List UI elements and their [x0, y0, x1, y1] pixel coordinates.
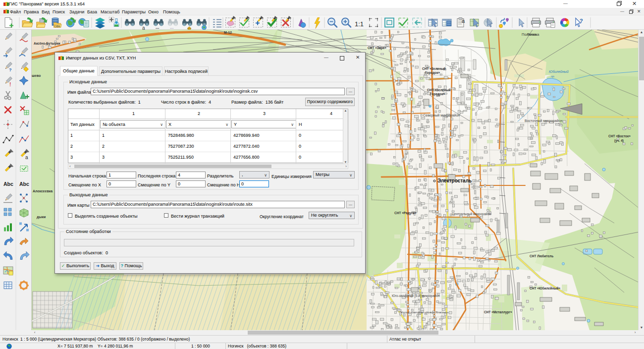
- svg-text:СНТ «Зеленый: СНТ «Зеленый: [422, 67, 446, 70]
- svg-text:(уч. 4): (уч. 4): [614, 139, 624, 143]
- svg-text:Юго-западный [5-й] микрорайон: Юго-западный [5-й] микрорайон: [392, 294, 440, 298]
- svg-text:Юбилейный: Юбилейный: [549, 70, 569, 73]
- svg-text:Abc: Abc: [3, 181, 13, 187]
- svg-text:СНТ «Металлург»: СНТ «Металлург»: [484, 310, 512, 314]
- svg-text:Аксёно-Бутырки: Аксёно-Бутырки: [34, 42, 60, 46]
- svg-text:Жилой комплекс «Новое Ялагино»: Жилой комплекс «Новое Ялагино»: [400, 311, 449, 314]
- svg-text:Восточный микрорайон: Восточный микрорайон: [525, 119, 562, 123]
- svg-text:М-12: М-12: [224, 31, 232, 34]
- svg-text:?: ?: [580, 18, 583, 24]
- svg-text:a: a: [25, 155, 28, 160]
- svg-text:!: !: [9, 82, 11, 87]
- svg-text:Центральный микрорайон: Центральный микрорайон: [452, 212, 491, 216]
- svg-text:a: a: [142, 25, 145, 30]
- svg-text:...: ...: [156, 25, 160, 30]
- svg-text:СНТ «Заря»: СНТ «Заря»: [368, 46, 386, 50]
- svg-text:Городок»: Городок»: [425, 71, 440, 75]
- svg-text:Городок»: Городок»: [430, 92, 445, 96]
- svg-text:СНТ «Зеленый: СНТ «Зеленый: [427, 88, 451, 92]
- svg-text:Погинка: Погинка: [527, 33, 539, 36]
- svg-text:дыки: дыки: [37, 215, 46, 219]
- svg-text:СНТ «Радуга»: СНТ «Радуга»: [394, 211, 417, 215]
- svg-text:шево: шево: [32, 74, 41, 77]
- svg-text:Abc: Abc: [19, 181, 29, 187]
- svg-text:СНТ Любитель: СНТ Любитель: [530, 254, 553, 258]
- svg-text:СНТ «Юбилейный»: СНТ «Юбилейный»: [530, 287, 561, 290]
- svg-text:a: a: [462, 18, 465, 24]
- svg-text:Электросталь: Электросталь: [437, 178, 472, 183]
- svg-text:...: ...: [170, 25, 174, 30]
- svg-text:пр.: пр.: [551, 75, 555, 78]
- svg-text:ОВМ: ОВМ: [54, 25, 60, 28]
- svg-text:СНТ «Восток»: СНТ «Восток»: [608, 134, 631, 138]
- svg-text:Северный микрорайон: Северный микрорайон: [423, 114, 460, 117]
- svg-text:Алексеевка: Алексеевка: [33, 189, 53, 193]
- svg-text:?: ?: [9, 67, 12, 72]
- svg-text:1:1: 1:1: [355, 20, 364, 28]
